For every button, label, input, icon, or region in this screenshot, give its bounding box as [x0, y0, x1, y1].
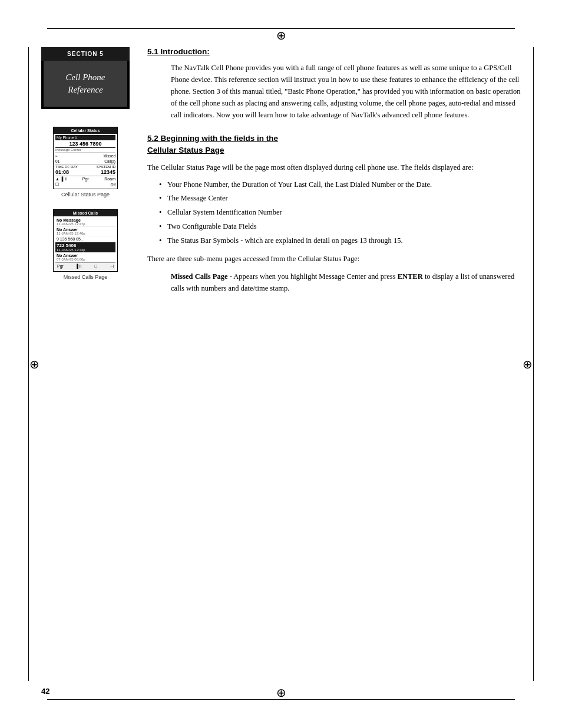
- main-layout: SECTION 5 Cell PhoneReference Cellular S…: [41, 47, 521, 294]
- section-title: Cell PhoneReference: [65, 73, 105, 94]
- section-title-box: Cell PhoneReference: [41, 61, 130, 109]
- missed-item-4-date: 11-JAN-95 12:44p: [57, 248, 114, 252]
- missed-item-4: 722 5406 11-JAN-95 12:44p: [55, 242, 115, 253]
- checkbox-icon: ☐: [55, 182, 59, 187]
- intro-paragraph: The NavTalk Cell Phone provides you with…: [171, 62, 521, 121]
- missed-icon: ≈: [55, 154, 58, 158]
- nav-next: ⊣: [110, 264, 114, 269]
- signal-label: ▲ .▌ll: [55, 177, 67, 181]
- time-of-day-label: TIME OF DAY: [55, 165, 78, 169]
- section-5-1-heading: 5.1 Introduction:: [147, 47, 521, 56]
- missed-item-1: No Message 11-JAN-95 12:47p: [55, 218, 115, 227]
- bullet-2: The Message Center: [159, 193, 521, 204]
- pgr-label: Pgr: [82, 177, 89, 181]
- sub-menu-intro: There are three sub-menu pages accessed …: [147, 253, 521, 265]
- bullet-3: Cellular System Identification Number: [159, 207, 521, 218]
- missed-calls-page-label: Missed Calls Page: [171, 272, 228, 281]
- cellular-status-title: Cellular Status: [54, 127, 117, 134]
- border-left: [28, 47, 29, 681]
- bullet-5-text: The Status Bar Symbols - which are expla…: [167, 236, 403, 245]
- crosshair-left: ⊕: [29, 358, 39, 370]
- phone-label-highlight: My Phone #: [55, 135, 115, 140]
- bullet-1: Your Phone Number, the Duration of Your …: [159, 179, 521, 190]
- time-row-labels: TIME OF DAY SYSTEM ID: [55, 164, 115, 169]
- cellular-status-caption: Cellular Status Page: [41, 192, 130, 197]
- section-5-2-line2: Cellular Status Page: [147, 146, 224, 154]
- missed-calls-screen: Missed Calls No Message 11-JAN-95 12:47p…: [53, 209, 118, 272]
- missed-item-2-text: No Answer: [57, 228, 114, 232]
- missed-item-3-text: 9 135 568 05..: [57, 237, 114, 241]
- page-number: 42: [41, 687, 49, 696]
- bullet-4-text: Two Configurable Data Fields: [167, 222, 257, 230]
- time-value: 01:08: [55, 169, 69, 175]
- missed-item-5: No Answer 07-JAN-95 06:06p: [55, 253, 115, 262]
- section-5-2-line1: 5.2 Beginning with the fields in the: [147, 134, 278, 143]
- phone-label: My Phone #: [57, 136, 77, 140]
- nav-arrow: □: [94, 264, 97, 269]
- calls-count: 01: [55, 159, 59, 163]
- crosshair-top: ⊕: [276, 29, 286, 41]
- bullet-list: Your Phone Number, the Duration of Your …: [159, 179, 521, 246]
- border-right: [533, 47, 534, 681]
- missed-row: ≈ Missed: [55, 153, 115, 159]
- bullet-3-text: Cellular System Identification Number: [167, 208, 282, 216]
- missed-item-3: 9 135 568 05..: [55, 236, 115, 242]
- cellular-status-screen: Cellular Status My Phone # 123 456 7890 …: [53, 127, 118, 189]
- system-value: 12345: [101, 169, 115, 175]
- roam-label: Roam: [104, 177, 115, 181]
- nav-pgr: Pgr: [57, 264, 64, 269]
- intro-text-content: The NavTalk Cell Phone provides you with…: [171, 64, 520, 119]
- screen-body: My Phone # 123 456 7890 Message Center ≈…: [54, 134, 117, 189]
- section-label: SECTION 5: [41, 47, 130, 61]
- section-5-2-intro: The Cellular Status Page will be the pag…: [147, 162, 521, 173]
- content-area: 5.1 Introduction: The NavTalk Cell Phone…: [141, 47, 521, 294]
- missed-calls-body: No Message 11-JAN-95 12:47p No Answer 11…: [54, 216, 117, 271]
- border-bottom: [47, 699, 515, 700]
- section-5-2-heading: 5.2 Beginning with the fields in the Cel…: [147, 133, 521, 157]
- missed-calls-page-desc: Missed Calls Page - Appears when you hig…: [171, 271, 521, 294]
- off-label: Off: [110, 183, 115, 187]
- missed-item-5-date: 07-JAN-95 06:06p: [57, 258, 114, 261]
- missed-item-1-text: No Message: [57, 218, 114, 222]
- crosshair-bottom: ⊕: [276, 687, 286, 699]
- phone-number: 123 456 7890: [55, 140, 115, 148]
- crosshair-right: ⊕: [523, 358, 533, 370]
- bullet-1-text: Your Phone Number, the Duration of Your …: [167, 180, 432, 189]
- calls-row: 01 Call(s): [55, 159, 115, 164]
- missed-calls-title: Missed Calls: [54, 210, 117, 216]
- system-id-label: SYSTEM ID: [97, 165, 115, 169]
- missed-item-5-text: No Answer: [57, 253, 114, 258]
- missed-text: Missed: [103, 154, 115, 158]
- missed-calls-desc: - Appears when you highlight Message Cen…: [230, 272, 396, 281]
- time-system-row: 01:08 12345: [55, 169, 115, 176]
- bullet-4: Two Configurable Data Fields: [159, 221, 521, 232]
- sidebar: SECTION 5 Cell PhoneReference Cellular S…: [41, 47, 141, 294]
- off-row: ☐ Off: [55, 182, 115, 187]
- missed-item-2-date: 11-JAN-95 12:46p: [57, 232, 114, 235]
- missed-item-4-text: 722 5406: [57, 243, 114, 248]
- bullet-2-text: The Message Center: [167, 194, 228, 202]
- message-center-label: Message Center: [55, 148, 115, 153]
- calls-label: Call(s): [104, 159, 115, 163]
- missed-item-2: No Answer 11-JAN-95 12:46p: [55, 227, 115, 236]
- page: ⊕ ⊕ ⊕ ⊕ 42 SECTION 5 Cell PhoneReference…: [0, 0, 562, 728]
- nav-signal: ▌ll: [77, 264, 81, 269]
- screen-bottom-nav: Pgr ▌ll □ ⊣: [55, 262, 115, 270]
- signal-roam-row: ▲ .▌ll Pgr Roam: [55, 176, 115, 182]
- missed-calls-caption: Missed Calls Page: [41, 274, 130, 280]
- enter-label: ENTER: [398, 272, 423, 281]
- bullet-5: The Status Bar Symbols - which are expla…: [159, 235, 521, 246]
- missed-item-1-date: 11-JAN-95 12:47p: [57, 222, 114, 226]
